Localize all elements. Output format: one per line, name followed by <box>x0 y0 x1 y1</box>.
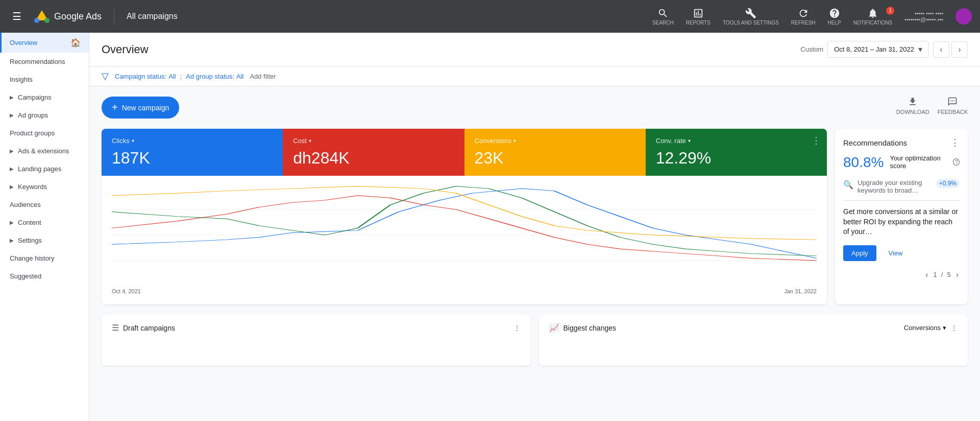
user-avatar[interactable] <box>955 8 972 25</box>
sidebar-item-overview[interactable]: Overview 🏠 <box>0 33 89 53</box>
ad-group-status-value: All <box>236 73 243 80</box>
svg-point-1 <box>34 18 39 23</box>
rec-apply-button[interactable]: Apply <box>843 245 876 261</box>
rec-score-value: 80.8% <box>843 154 884 171</box>
feedback-button[interactable]: FEEDBACK <box>938 97 968 115</box>
cost-value: dh284K <box>293 149 454 168</box>
metric-conv-rate[interactable]: Conv. rate ▾ 12.29% ⋮ <box>646 129 827 176</box>
nav-reports[interactable]: REPORTS <box>686 8 710 26</box>
google-ads-logo-icon <box>34 8 50 25</box>
draft-title-row: ☰ Draft campaigns <box>112 323 175 333</box>
metric-cards: Clicks ▾ 187K Cost ▾ dh284K <box>102 129 827 176</box>
rec-more-icon[interactable]: ⋮ <box>950 137 960 148</box>
rec-main-text: Get more conversions at a similar or bet… <box>843 207 960 237</box>
rec-page-current: 1 <box>934 271 937 278</box>
sidebar-item-settings[interactable]: ▶ Settings <box>0 231 89 249</box>
action-row: + New campaign DOWNLOAD FEEDBACK <box>102 97 968 129</box>
sidebar-item-landing-pages[interactable]: ▶ Landing pages <box>0 160 89 178</box>
rec-score-label: Your optimization score ? <box>890 154 960 170</box>
rec-view-button[interactable]: View <box>880 245 911 261</box>
conversions-selector[interactable]: Conversions ▾ <box>904 324 946 332</box>
rec-score-row: 80.8% Your optimization score ? <box>843 154 960 171</box>
cost-label: Cost ▾ <box>293 137 454 145</box>
feedback-icon <box>947 97 958 107</box>
draft-campaigns-icon: ☰ <box>112 323 119 333</box>
ads-extensions-label: Ads & extensions <box>18 147 69 155</box>
rec-next-button[interactable]: › <box>955 269 960 280</box>
tools-label: TOOLS AND SETTINGS <box>723 20 779 26</box>
hamburger-menu[interactable]: ☰ <box>8 6 26 27</box>
date-prev-button[interactable]: ‹ <box>933 41 949 58</box>
sidebar-item-change-history[interactable]: Change history <box>0 249 89 267</box>
metrics-section: Clicks ▾ 187K Cost ▾ dh284K <box>102 129 827 305</box>
home-icon: 🏠 <box>70 38 81 48</box>
user-email-line2: ••••••••@•••••.••• <box>904 16 943 22</box>
rec-prev-button[interactable]: ‹ <box>924 269 929 280</box>
sidebar-item-ad-groups[interactable]: ▶ Ad groups <box>0 106 89 124</box>
conv-rate-dropdown-arrow: ▾ <box>688 138 691 144</box>
change-history-label: Change history <box>10 254 54 262</box>
nav-refresh[interactable]: REFRESH <box>791 8 816 26</box>
nav-tools[interactable]: TOOLS AND SETTINGS <box>723 8 779 26</box>
chart-area: Oct 4, 2021 Jan 31, 2022 <box>102 176 827 305</box>
rec-score-info: Your optimization score ? <box>890 154 960 170</box>
add-filter-button[interactable]: Add filter <box>250 73 276 80</box>
draft-more-icon[interactable]: ⋮ <box>513 324 521 332</box>
notification-badge: 1 <box>886 7 894 15</box>
rec-page-total: 5 <box>947 271 950 278</box>
sidebar-item-ads-extensions[interactable]: ▶ Ads & extensions <box>0 142 89 160</box>
conversions-dropdown-arrow: ▾ <box>943 324 946 332</box>
sidebar-item-product-groups[interactable]: Product groups <box>0 124 89 142</box>
rec-header: Recommendations ⋮ <box>843 137 960 148</box>
main-content: Overview Custom Oct 8, 2021 – Jan 31, 20… <box>89 33 980 421</box>
help-label: HELP <box>828 20 841 26</box>
metric-conversions[interactable]: Conversions ▾ 23K <box>464 129 646 176</box>
keywords-expand-icon: ▶ <box>10 184 14 190</box>
biggest-more-icon[interactable]: ⋮ <box>950 324 958 332</box>
download-button[interactable]: DOWNLOAD <box>896 97 929 115</box>
rec-actions: Apply View <box>843 245 960 261</box>
date-range-picker[interactable]: Oct 8, 2021 – Jan 31, 2022 ▾ <box>827 41 929 58</box>
sidebar-item-recommendations[interactable]: Recommendations <box>0 53 89 71</box>
overview-label: Overview <box>10 39 37 46</box>
campaign-status-label: Campaign status: <box>115 73 166 80</box>
nav-actions: SEARCH REPORTS TOOLS AND SETTINGS REFRES… <box>652 8 972 26</box>
sidebar-item-content[interactable]: ▶ Content <box>0 214 89 231</box>
recommendations-label: Recommendations <box>10 58 65 65</box>
metric-clicks[interactable]: Clicks ▾ 187K <box>102 129 283 176</box>
sidebar-item-campaigns[interactable]: ▶ Campaigns <box>0 88 89 106</box>
date-controls: Custom Oct 8, 2021 – Jan 31, 2022 ▾ ‹ › <box>800 41 968 58</box>
draft-campaigns-header: ☰ Draft campaigns ⋮ <box>112 323 521 333</box>
audiences-label: Audiences <box>10 201 41 208</box>
conv-dropdown-arrow: ▾ <box>513 138 516 144</box>
content-expand-icon: ▶ <box>10 220 14 225</box>
optimization-info-icon[interactable]: ? <box>953 158 960 166</box>
new-campaign-button[interactable]: + New campaign <box>102 97 179 119</box>
metric-more-icon[interactable]: ⋮ <box>812 135 821 146</box>
conversions-label: Conversions ▾ <box>475 137 635 145</box>
rec-page-separator: / <box>941 271 943 278</box>
line-chart <box>112 184 817 286</box>
nav-notifications[interactable]: 1 NOTIFICATIONS <box>853 8 892 26</box>
sidebar-item-suggested[interactable]: Suggested <box>0 267 89 285</box>
refresh-label: REFRESH <box>791 20 816 26</box>
nav-help[interactable]: HELP <box>828 8 841 26</box>
nav-divider <box>114 8 114 25</box>
date-next-button[interactable]: › <box>951 41 968 58</box>
sidebar-item-keywords[interactable]: ▶ Keywords <box>0 178 89 196</box>
nav-search[interactable]: SEARCH <box>652 8 674 26</box>
settings-label: Settings <box>18 237 42 244</box>
conversions-value: 23K <box>475 149 635 168</box>
recommendations-card: Recommendations ⋮ 80.8% Your optimizatio… <box>835 129 968 305</box>
clicks-dropdown-arrow: ▾ <box>132 138 134 144</box>
ads-expand-icon: ▶ <box>10 148 14 154</box>
page-title: Overview <box>102 43 149 56</box>
sidebar-item-audiences[interactable]: Audiences <box>0 196 89 214</box>
metric-cost[interactable]: Cost ▾ dh284K <box>283 129 464 176</box>
biggest-changes-card: 📈 Biggest changes Conversions ▾ ⋮ <box>539 315 968 366</box>
campaign-status-value: All <box>168 73 176 80</box>
sidebar-item-insights[interactable]: Insights <box>0 71 89 88</box>
content-label: Content <box>18 219 41 226</box>
campaign-status-filter[interactable]: Campaign status: All ; Ad group status: … <box>115 73 243 80</box>
nav-all-campaigns: All campaigns <box>127 12 178 21</box>
